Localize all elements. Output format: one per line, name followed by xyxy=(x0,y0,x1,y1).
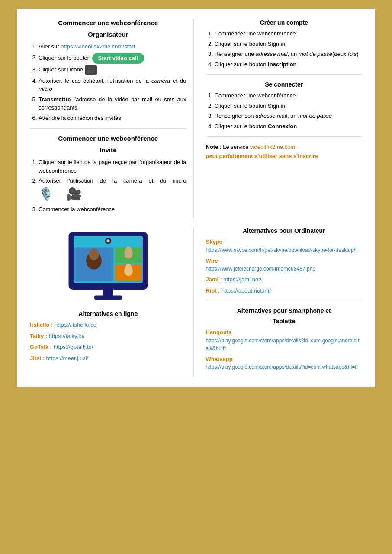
invite-steps: Cliquer sur le lien de la page reçue par… xyxy=(30,158,186,213)
bottom-section: Alternatives en ligne Itshello : https:/… xyxy=(30,227,362,377)
icons-row: 🎙️ 🎥 xyxy=(39,185,82,203)
hangouts-item: Hangouts https://play.google.com/store/a… xyxy=(206,328,363,352)
jitsi-name: Jitsi : xyxy=(30,355,45,361)
note-label: Note xyxy=(206,144,218,150)
svg-point-11 xyxy=(125,247,132,254)
divider-2 xyxy=(206,74,363,75)
hangouts-name: Hangouts xyxy=(206,329,232,335)
svg-point-8 xyxy=(89,249,99,260)
micro-text: micro xyxy=(39,86,52,92)
alt-ordinateur-title: Alternatives pour Ordinateur xyxy=(206,227,363,234)
alt-smartphone-section: Alternatives pour Smartphone et Tablette… xyxy=(206,307,363,371)
riot-item: Riot : https://about.riot.im/ xyxy=(206,287,363,295)
alt-smartphone-title1: Alternatives pour Smartphone et xyxy=(206,307,363,314)
alt-smartphone-title2: Tablette xyxy=(206,318,363,325)
talky-name: Talky : xyxy=(30,333,47,339)
creer-step-4: Cliquer sur le bouton Inscription xyxy=(215,60,363,69)
conn-step-4-text: Cliquer sur le bouton Connexion xyxy=(215,123,297,129)
top-section: Commencer une webconférence Organisateur… xyxy=(30,19,362,219)
jami-sep: : xyxy=(220,276,223,283)
org-step-1-text: Aller sur xyxy=(39,43,61,50)
conn-step-4: Cliquer sur le bouton Connexion xyxy=(215,122,363,131)
riot-url[interactable]: https://about.riot.im/ xyxy=(222,287,271,294)
org-step-5-bold: Transmettre xyxy=(39,96,71,103)
skype-name: Skype xyxy=(206,238,222,245)
org-step-2-text: Cliquer sur le bouton xyxy=(39,54,92,61)
wire-url[interactable]: https://www.jetelecharge.com/Internet/84… xyxy=(206,265,363,273)
org-step-4: Autoriser, le cas échéant, l'utilisation… xyxy=(39,77,186,93)
conn-step-2: Cliquer sur le bouton Sign in xyxy=(215,102,363,110)
right-column: Créer un compte Commencer une webconfére… xyxy=(202,19,363,219)
start-video-call-button[interactable]: Start video call xyxy=(92,53,144,64)
alt-ordinateur-section: Alternatives pour Ordinateur Skype https… xyxy=(206,227,363,295)
note-block: Note : Le service videolink2me.com peut … xyxy=(206,143,363,161)
inv-step-1-text: Cliquer sur le lien de la page reçue par… xyxy=(39,159,186,174)
conn-step-3: Renseigner son adresse mail, un mot de p… xyxy=(215,112,363,120)
org-step-5: Transmettre l'adresse de la vidéo par ma… xyxy=(39,95,186,112)
org-step-6: Attendre la connexion des invités xyxy=(39,114,186,122)
invite-title1: Commencer une webconférence xyxy=(30,135,186,142)
gotalk-name: GoTalk : xyxy=(30,344,52,350)
left-column: Commencer une webconférence Organisateur… xyxy=(30,19,194,219)
creer-steps: Commencer une webconférence Cliquer sur … xyxy=(206,29,363,68)
jami-url[interactable]: https://jami.net/ xyxy=(223,276,261,283)
whatsapp-name: Whatsapp xyxy=(206,356,233,362)
creer-compte-title: Créer un compte xyxy=(206,19,363,26)
note-orange: peut parfaitement s'utiliser sans s'insc… xyxy=(206,153,318,159)
divider-3 xyxy=(206,136,363,137)
inv-step-3: Commencer la webconférence xyxy=(39,205,186,214)
creer-step-2-text: Cliquer sur le bouton Sign in xyxy=(215,41,285,47)
conn-step-1-text: Commencer une webconférence xyxy=(215,92,296,99)
webcam-icon: 🎥 xyxy=(67,185,82,203)
svg-point-14 xyxy=(125,264,132,271)
conn-step-1: Commencer une webconférence xyxy=(215,91,363,100)
conn-step-3-text: Renseigner son adresse mail, un mot de p… xyxy=(215,113,332,119)
microphone-icon: 🎙️ xyxy=(39,185,54,203)
wire-item: Wire https://www.jetelecharge.com/Intern… xyxy=(206,257,363,273)
main-page: Commencer une webconférence Organisateur… xyxy=(14,9,378,387)
camera-text: caméra xyxy=(151,77,170,84)
inv-step-2: Autoriser l'utilisation de la caméra et … xyxy=(39,177,186,203)
bottom-left: Alternatives en ligne Itshello : https:/… xyxy=(30,227,194,377)
inv-step-2-text: Autoriser l'utilisation de la caméra et … xyxy=(39,177,186,184)
jami-item: Jami : https://jami.net/ xyxy=(206,275,363,284)
org-step-6-text: Attendre la connexion des invités xyxy=(39,115,121,121)
jitsi-item: Jitsi : https://meet.jit.si/ xyxy=(30,354,186,363)
creer-step-4-text: Cliquer sur le bouton Inscription xyxy=(215,61,297,68)
talky-url[interactable]: https://talky.io/ xyxy=(49,333,84,339)
org-step-1: Aller sur https://videolink2me.com/start xyxy=(39,42,186,51)
creer-step-2: Cliquer sur le bouton Sign in xyxy=(215,40,363,48)
jami-name: Jami xyxy=(206,276,219,283)
itshello-name: Itshello : xyxy=(30,322,53,328)
connecter-steps: Commencer une webconférence Cliquer sur … xyxy=(206,91,363,130)
alt-enligne-section: Alternatives en ligne Itshello : https:/… xyxy=(30,310,186,362)
talky-item: Talky : https://talky.io/ xyxy=(30,332,186,341)
videolink-url[interactable]: https://videolink2me.com/start xyxy=(61,43,135,50)
hangouts-url[interactable]: https://play.google.com/store/apps/detai… xyxy=(206,337,363,352)
jitsi-url[interactable]: https://meet.jit.si/ xyxy=(46,355,89,361)
bottom-right: Alternatives pour Ordinateur Skype https… xyxy=(202,227,363,377)
creer-step-3-text: Renseigner une adresse mail, un mot de p… xyxy=(215,51,359,57)
itshello-item: Itshello : https://itshello.co xyxy=(30,321,186,329)
gotalk-url[interactable]: https://gotalk.to/ xyxy=(54,344,93,350)
org-step-4-text: Autoriser, le cas échéant, l'utilisation… xyxy=(39,77,186,93)
divider-1 xyxy=(30,128,186,129)
wire-name: Wire xyxy=(206,258,218,264)
connecter-title: Se connecter xyxy=(206,81,363,88)
org-step-3: Cliquer sur l'icône 🎥 xyxy=(39,65,186,75)
note-text: : Le service xyxy=(220,144,250,150)
skype-item: Skype https://www.skype.com/fr/get-skype… xyxy=(206,238,363,254)
creer-step-1: Commencer une webconférence xyxy=(215,29,363,38)
creer-step-3: Renseigner une adresse mail, un mot de p… xyxy=(215,50,363,58)
skype-url[interactable]: https://www.skype.com/fr/get-skype/downl… xyxy=(206,246,363,254)
inv-step-3-text: Commencer la webconférence xyxy=(39,206,115,213)
note-link[interactable]: videolink2me.com xyxy=(250,144,295,150)
inv-step-1: Cliquer sur le lien de la page reçue par… xyxy=(39,158,186,175)
org-step-2: Cliquer sur le bouton Start video call xyxy=(39,53,186,64)
svg-point-5 xyxy=(107,240,109,242)
itshello-url[interactable]: https://itshello.co xyxy=(55,322,96,328)
whatsapp-item: Whatsapp https://play.google.com/store/a… xyxy=(206,355,363,371)
gotalk-item: GoTalk : https://gotalk.to/ xyxy=(30,343,186,351)
whatsapp-url[interactable]: https://play.google.com/store/apps/detai… xyxy=(206,363,363,371)
monitor-illustration xyxy=(65,227,151,305)
